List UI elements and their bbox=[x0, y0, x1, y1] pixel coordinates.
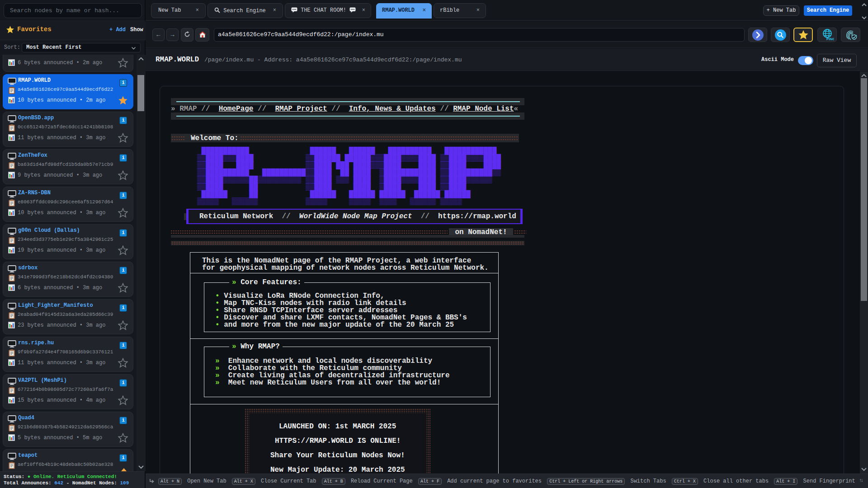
svg-text:PING: PING bbox=[826, 37, 834, 41]
